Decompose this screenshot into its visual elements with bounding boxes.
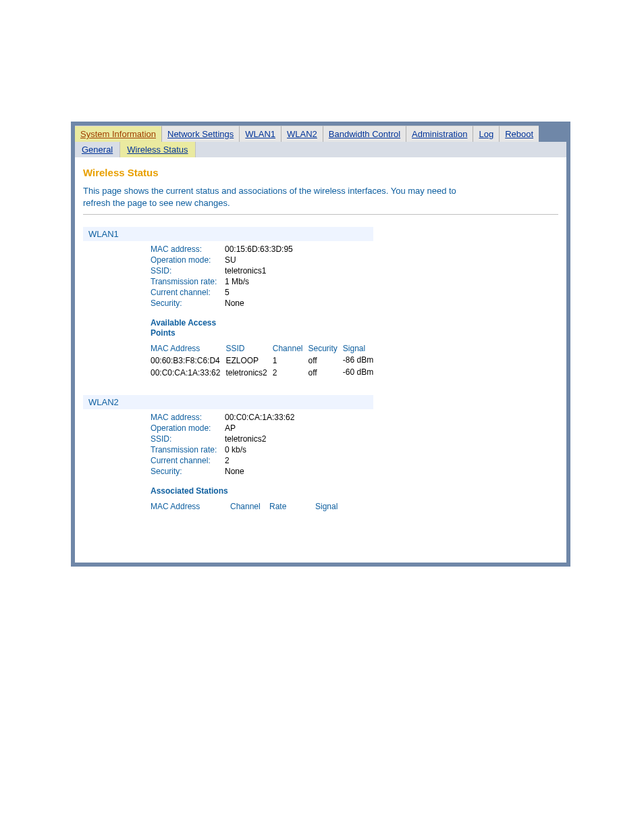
- wlan2-security-row: Security: None: [151, 466, 373, 477]
- ap1-mac: 00:60:B3:F8:C6:D4: [151, 355, 225, 367]
- wlan1-mode-value: SU: [225, 255, 236, 265]
- wlan1-mac-row: MAC address: 00:15:6D:63:3D:95: [151, 244, 373, 255]
- label-security: Security:: [151, 467, 225, 476]
- page-root: System Information Network Settings WLAN…: [0, 0, 644, 834]
- wlan1-ssid-value: teletronics1: [225, 266, 266, 276]
- tab-system-information[interactable]: System Information: [75, 126, 161, 142]
- top-tab-bar: System Information Network Settings WLAN…: [75, 126, 566, 142]
- wlan2-assoc-header-row: MAC Address Channel Rate Signal: [151, 500, 354, 513]
- label-rate: Transmission rate:: [151, 445, 225, 454]
- ap1-signal: -86 dBm: [343, 355, 379, 367]
- wlan2-mac-row: MAC address: 00:C0:CA:1A:33:62: [151, 412, 373, 423]
- subtab-wireless-status[interactable]: Wireless Status: [120, 142, 195, 157]
- ap2-signal: -60 dBm: [343, 367, 379, 379]
- label-ssid: SSID:: [151, 434, 225, 444]
- wlan2-header: WLAN2: [83, 395, 373, 409]
- wlan1-rate-row: Transmission rate: 1 Mb/s: [151, 276, 373, 287]
- wlan1-channel-row: Current channel: 5: [151, 287, 373, 298]
- label-channel: Current channel:: [151, 288, 225, 297]
- wlan2-section: WLAN2 MAC address: 00:C0:CA:1A:33:62 Ope…: [83, 395, 373, 513]
- wlan2-mode-row: Operation mode: AP: [151, 423, 373, 434]
- wlan2-assoc-title: Associated Stations: [151, 486, 238, 496]
- wlan1-mode-row: Operation mode: SU: [151, 255, 373, 265]
- wlan1-channel-value: 5: [225, 288, 230, 297]
- label-mode: Operation mode:: [151, 423, 225, 433]
- table-row: 00:60:B3:F8:C6:D4 EZLOOP 1 off -86 dBm: [151, 355, 379, 367]
- col-signal: Signal: [315, 500, 354, 513]
- label-mac: MAC address:: [151, 413, 225, 422]
- col-ssid: SSID: [225, 342, 272, 355]
- wlan2-ssid-value: teletronics2: [225, 434, 266, 444]
- wlan2-security-value: None: [225, 467, 244, 476]
- tab-wlan2[interactable]: WLAN2: [281, 126, 323, 142]
- wlan2-rate-row: Transmission rate: 0 kb/s: [151, 444, 373, 455]
- wlan1-ap-title: Available Access Points: [151, 318, 238, 338]
- label-channel: Current channel:: [151, 456, 225, 465]
- col-rate: Rate: [269, 500, 315, 513]
- label-ssid: SSID:: [151, 266, 225, 276]
- tab-bandwidth-control[interactable]: Bandwidth Control: [323, 126, 406, 142]
- page-description: This page shows the current status and a…: [83, 185, 461, 209]
- tab-log[interactable]: Log: [473, 126, 499, 142]
- wlan1-security-row: Security: None: [151, 298, 373, 309]
- label-security: Security:: [151, 298, 225, 308]
- wlan2-rate-value: 0 kb/s: [225, 445, 246, 454]
- col-mac: MAC Address: [151, 342, 225, 355]
- wlan1-mac-value: 00:15:6D:63:3D:95: [225, 244, 293, 254]
- wlan1-security-value: None: [225, 298, 244, 308]
- col-channel: Channel: [273, 342, 308, 355]
- wlan2-ssid-row: SSID: teletronics2: [151, 434, 373, 444]
- col-channel: Channel: [230, 500, 269, 513]
- app-frame: System Information Network Settings WLAN…: [71, 122, 570, 567]
- content-area: Wireless Status This page shows the curr…: [75, 157, 566, 563]
- ap1-security: off: [308, 355, 342, 367]
- tab-reboot[interactable]: Reboot: [499, 126, 539, 142]
- ap1-channel: 1: [273, 355, 308, 367]
- wlan1-section: WLAN1 MAC address: 00:15:6D:63:3D:95 Ope…: [83, 227, 373, 379]
- table-row: 00:C0:CA:1A:33:62 teletronics2 2 off -60…: [151, 367, 379, 379]
- wlan1-header: WLAN1: [83, 227, 373, 241]
- divider: [83, 214, 558, 215]
- wlan2-mode-value: AP: [225, 423, 236, 433]
- ap2-mac: 00:C0:CA:1A:33:62: [151, 367, 225, 379]
- wlan1-rate-value: 1 Mb/s: [225, 277, 249, 286]
- wlan1-body: MAC address: 00:15:6D:63:3D:95 Operation…: [151, 244, 373, 379]
- sub-tab-bar: General Wireless Status: [75, 142, 566, 157]
- ap2-security: off: [308, 367, 342, 379]
- wlan2-mac-value: 00:C0:CA:1A:33:62: [225, 413, 294, 422]
- col-security: Security: [308, 342, 342, 355]
- wlan1-ssid-row: SSID: teletronics1: [151, 265, 373, 276]
- wlan1-ap-header-row: MAC Address SSID Channel Security Signal: [151, 342, 379, 355]
- ap1-ssid: EZLOOP: [225, 355, 272, 367]
- tab-administration[interactable]: Administration: [406, 126, 473, 142]
- tab-network-settings[interactable]: Network Settings: [161, 126, 239, 142]
- label-mac: MAC address:: [151, 244, 225, 254]
- tab-wlan1[interactable]: WLAN1: [239, 126, 281, 142]
- label-mode: Operation mode:: [151, 255, 225, 265]
- subtab-general[interactable]: General: [75, 142, 120, 157]
- wlan2-body: MAC address: 00:C0:CA:1A:33:62 Operation…: [151, 412, 373, 513]
- page-title: Wireless Status: [83, 167, 558, 178]
- ap2-channel: 2: [273, 367, 308, 379]
- col-signal: Signal: [343, 342, 379, 355]
- label-rate: Transmission rate:: [151, 277, 225, 286]
- col-mac: MAC Address: [151, 500, 230, 513]
- ap2-ssid: teletronics2: [225, 367, 272, 379]
- wlan1-ap-table: MAC Address SSID Channel Security Signal…: [151, 342, 379, 379]
- wlan2-assoc-table: MAC Address Channel Rate Signal: [151, 500, 354, 513]
- wlan2-channel-row: Current channel: 2: [151, 455, 373, 466]
- wlan2-channel-value: 2: [225, 456, 230, 465]
